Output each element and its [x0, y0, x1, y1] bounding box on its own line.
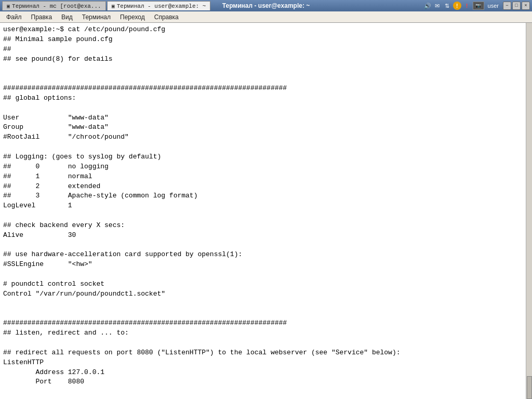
email-icon: ✉: [433, 2, 442, 10]
scrollbar: [526, 23, 532, 399]
terminal-output[interactable]: user@example:~$ cat /etc/pound/pound.cfg…: [0, 23, 526, 399]
terminal-icon-2: ▣: [112, 3, 115, 9]
volume-icon: 🔊: [423, 2, 432, 10]
menu-edit[interactable]: Правка: [27, 12, 57, 22]
sys-tray: 🔊 ✉ ⇅ ! ! 📷 user: [423, 2, 501, 10]
tab-user-label[interactable]: Терминал - user@example: ~: [117, 3, 206, 9]
camera-icon: 📷: [473, 2, 484, 10]
user-label: user: [486, 3, 501, 9]
window-controls: − □ ×: [503, 2, 530, 10]
window-title: Терминал - user@example: ~: [222, 2, 310, 9]
tab-mc[interactable]: ▣ Терминал - mc [root@exa...: [2, 1, 106, 10]
network-up-icon: ⇅: [443, 2, 451, 10]
titlebar-tabs: ▣ Терминал - mc [root@exa... ▣ Терминал …: [2, 1, 423, 10]
menu-go[interactable]: Переход: [116, 12, 149, 22]
alert-icon-2: !: [463, 2, 471, 10]
scrollbar-thumb[interactable]: [527, 376, 532, 399]
terminal-wrapper: user@example:~$ cat /etc/pound/pound.cfg…: [0, 23, 532, 399]
menu-file[interactable]: Файл: [2, 12, 26, 22]
alert-icon-1: !: [453, 2, 461, 10]
terminal-icon-1: ▣: [7, 3, 10, 9]
menu-view[interactable]: Вид: [57, 12, 77, 22]
menubar: Файл Правка Вид Терминал Переход Справка: [0, 11, 532, 23]
tab-mc-label[interactable]: Терминал - mc [root@exa...: [12, 3, 101, 9]
close-button[interactable]: ×: [522, 2, 530, 10]
titlebar: ▣ Терминал - mc [root@exa... ▣ Терминал …: [0, 0, 532, 11]
maximize-button[interactable]: □: [512, 2, 521, 10]
minimize-button[interactable]: −: [503, 2, 511, 10]
menu-terminal[interactable]: Терминал: [78, 12, 115, 22]
menu-help[interactable]: Справка: [150, 12, 183, 22]
tab-user[interactable]: ▣ Терминал - user@example: ~: [107, 1, 211, 10]
